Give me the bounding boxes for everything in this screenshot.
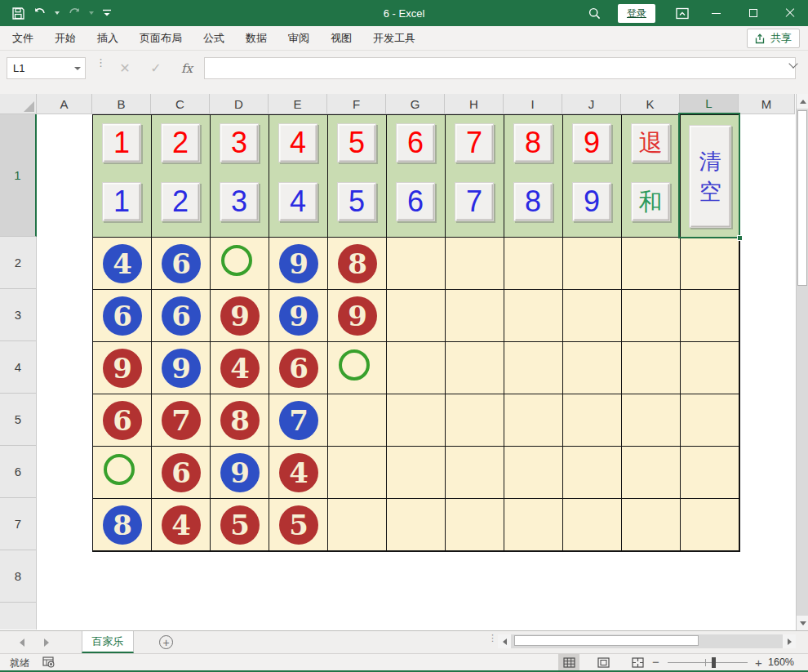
cell-C5[interactable]: 7 <box>152 394 211 447</box>
ribbon-tab-数据[interactable]: 数据 <box>235 26 277 51</box>
red-number-button-7[interactable]: 7 <box>455 123 494 162</box>
blue-number-button-9[interactable]: 9 <box>572 182 611 221</box>
cell-C4[interactable]: 9 <box>152 342 211 394</box>
scroll-left-icon[interactable] <box>498 634 511 648</box>
tab-scrollbar-splitter[interactable]: ⋮ <box>488 636 491 640</box>
ribbon-tab-页面布局[interactable]: 页面布局 <box>129 26 193 51</box>
cell-G4[interactable] <box>387 342 446 394</box>
cell-I4[interactable] <box>504 342 563 394</box>
cell-L7[interactable] <box>681 499 739 551</box>
undo-icon[interactable] <box>33 7 47 19</box>
cell-L2[interactable] <box>681 238 739 290</box>
cancel-icon[interactable]: ✕ <box>113 57 137 79</box>
record-macro-icon[interactable] <box>42 656 55 670</box>
cell-K2[interactable] <box>622 238 681 290</box>
cell-J7[interactable] <box>563 499 622 551</box>
row-header-3[interactable]: 3 <box>0 289 37 341</box>
cell-K3[interactable] <box>622 290 681 342</box>
row-header-1[interactable]: 1 <box>0 114 37 237</box>
cell-C2[interactable]: 6 <box>152 238 211 290</box>
red-number-button-8[interactable]: 8 <box>513 123 553 162</box>
scroll-down-icon[interactable] <box>797 616 808 630</box>
cell-H5[interactable] <box>446 394 504 447</box>
blue-number-button-5[interactable]: 5 <box>337 182 376 221</box>
scroll-right-icon[interactable] <box>783 634 796 648</box>
cell-J4[interactable] <box>563 342 622 394</box>
cell-G2[interactable] <box>387 238 446 290</box>
cell-B2[interactable]: 4 <box>93 238 152 290</box>
cell-E5[interactable]: 7 <box>269 394 328 447</box>
cell-D3[interactable]: 9 <box>211 290 269 342</box>
ribbon-tab-开始[interactable]: 开始 <box>44 26 87 51</box>
cell-I7[interactable] <box>504 499 563 551</box>
cell-K6[interactable] <box>622 447 681 499</box>
cell-D5[interactable]: 8 <box>211 394 269 447</box>
new-sheet-icon[interactable]: + <box>159 635 173 649</box>
red-number-button-6[interactable]: 6 <box>396 123 435 162</box>
ribbon-tab-文件[interactable]: 文件 <box>2 26 44 51</box>
column-header-C[interactable]: C <box>151 94 210 114</box>
cell-D6[interactable]: 9 <box>211 447 269 499</box>
red-number-button-3[interactable]: 3 <box>220 123 259 162</box>
sheet-nav-left-icon[interactable] <box>20 639 24 647</box>
ribbon-tab-公式[interactable]: 公式 <box>193 26 235 51</box>
column-header-K[interactable]: K <box>621 94 680 114</box>
blue-number-button-6[interactable]: 6 <box>396 182 435 221</box>
cell-K5[interactable] <box>622 394 681 447</box>
blue-number-button-7[interactable]: 7 <box>455 182 494 221</box>
cell-B3[interactable]: 6 <box>93 290 152 342</box>
cell-D4[interactable]: 4 <box>211 342 269 394</box>
formula-bar-expand-icon[interactable] <box>788 58 800 69</box>
cell-H4[interactable] <box>446 342 504 394</box>
redo-dropdown-icon[interactable] <box>89 11 94 15</box>
row-header-4[interactable]: 4 <box>0 341 37 394</box>
cell-I3[interactable] <box>504 290 563 342</box>
cell-F6[interactable] <box>328 447 387 499</box>
cell-L3[interactable] <box>681 290 739 342</box>
horizontal-scrollbar-thumb[interactable] <box>514 635 699 646</box>
maximize-button[interactable] <box>735 0 771 26</box>
select-all-corner[interactable] <box>0 94 37 114</box>
search-icon[interactable] <box>582 0 606 26</box>
cell-K7[interactable] <box>622 499 681 551</box>
clear-button[interactable]: 清空 <box>689 125 731 228</box>
cell-I2[interactable] <box>504 238 563 290</box>
cell-C7[interactable]: 4 <box>152 499 211 551</box>
red-number-button-5[interactable]: 5 <box>337 123 376 162</box>
blue-number-button-3[interactable]: 3 <box>220 182 259 221</box>
cell-H3[interactable] <box>446 290 504 342</box>
column-header-L[interactable]: L <box>680 94 739 114</box>
blue-number-button-8[interactable]: 8 <box>513 182 553 221</box>
cell-F2[interactable]: 8 <box>328 238 387 290</box>
cell-J6[interactable] <box>563 447 622 499</box>
column-header-D[interactable]: D <box>210 94 269 114</box>
row-header-7[interactable]: 7 <box>0 498 37 550</box>
name-box[interactable]: L1 <box>7 57 86 79</box>
page-layout-view-button[interactable] <box>593 654 614 670</box>
close-button[interactable] <box>771 0 808 26</box>
cell-J2[interactable] <box>563 238 622 290</box>
column-header-J[interactable]: J <box>562 94 621 114</box>
share-button[interactable]: 共享 <box>747 29 800 48</box>
formula-input[interactable] <box>204 57 796 79</box>
ribbon-tab-开发工具[interactable]: 开发工具 <box>362 26 426 51</box>
red-number-button-2[interactable]: 2 <box>161 123 200 162</box>
cell-G6[interactable] <box>387 447 446 499</box>
insert-function-icon[interactable]: fx <box>175 57 199 79</box>
ribbon-tab-审阅[interactable]: 审阅 <box>277 26 320 51</box>
cell-H7[interactable] <box>446 499 504 551</box>
cell-E3[interactable]: 9 <box>269 290 328 342</box>
cell-E2[interactable]: 9 <box>269 238 328 290</box>
cell-F7[interactable] <box>328 499 387 551</box>
red-number-button-4[interactable]: 4 <box>278 123 317 162</box>
column-header-A[interactable]: A <box>37 94 92 114</box>
column-header-I[interactable]: I <box>504 94 562 114</box>
minimize-button[interactable] <box>698 0 735 26</box>
cell-E6[interactable]: 4 <box>269 447 328 499</box>
column-header-M[interactable]: M <box>739 94 795 114</box>
row-header-2[interactable]: 2 <box>0 237 37 289</box>
red-number-button-9[interactable]: 9 <box>572 123 611 162</box>
cell-L6[interactable] <box>681 447 739 499</box>
cell-C3[interactable]: 6 <box>152 290 211 342</box>
cell-E7[interactable]: 5 <box>269 499 328 551</box>
